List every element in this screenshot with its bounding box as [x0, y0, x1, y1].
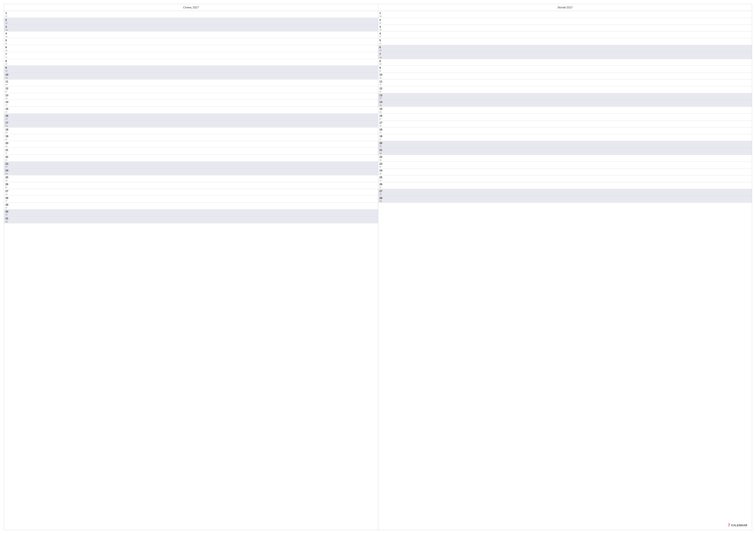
day-number: 19	[5, 135, 10, 138]
day-number: 26	[380, 183, 384, 186]
day-name: пт	[5, 15, 10, 17]
day-number: 3	[380, 25, 384, 29]
day-row: 27ср	[4, 189, 378, 196]
brand-text: CALENDAR	[731, 524, 747, 527]
day-number: 17	[380, 121, 384, 125]
day-number: 11	[380, 80, 384, 84]
day-number: 8	[380, 60, 384, 63]
day-row: 7нд	[378, 52, 752, 59]
day-name: нд	[5, 125, 10, 127]
day-row: 7чт	[4, 52, 378, 59]
day-name: пн	[380, 159, 384, 161]
day-number: 18	[5, 128, 10, 132]
day-name: сб	[380, 97, 384, 99]
day-number: 12	[380, 87, 384, 90]
day-row: 26вт	[4, 182, 378, 189]
day-name: пт	[5, 63, 10, 65]
day-number: 30	[5, 210, 10, 214]
day-row: 28нд	[378, 196, 752, 203]
day-name: чт	[5, 56, 10, 58]
day-number: 28	[5, 196, 10, 200]
day-row: 19вт	[4, 134, 378, 141]
day-number: 11	[5, 80, 10, 84]
day-name: пн	[5, 180, 10, 182]
day-row: 18пн	[4, 127, 378, 134]
day-row: 30сб	[4, 210, 378, 216]
day-row: 21нд	[378, 148, 752, 155]
day-name: нд	[380, 200, 384, 202]
day-name: сб	[380, 193, 384, 195]
day-name: пн	[5, 84, 10, 86]
day-name: нд	[380, 104, 384, 106]
day-row: 6ср	[4, 45, 378, 52]
day-number: 9	[380, 66, 384, 70]
day-row: 20сб	[378, 141, 752, 148]
day-number: 7	[5, 53, 10, 56]
day-name: чт	[380, 36, 384, 38]
day-number: 16	[5, 114, 10, 118]
day-row: 22пн	[378, 155, 752, 162]
day-number: 20	[380, 141, 384, 145]
day-row: 31нд	[4, 216, 378, 223]
day-name: сб	[5, 70, 10, 72]
day-name: пт	[5, 207, 10, 209]
day-row: 19пт	[378, 134, 752, 141]
day-number: 14	[5, 100, 10, 104]
day-row: 5пт	[378, 38, 752, 45]
day-number: 10	[5, 73, 10, 77]
day-number: 22	[380, 155, 384, 159]
day-row: 24нд	[4, 168, 378, 175]
day-row: 16вт	[378, 114, 752, 120]
day-name: вт	[380, 166, 384, 168]
day-name: чт	[5, 104, 10, 106]
day-row: 26пт	[378, 182, 752, 189]
day-name: чт	[380, 84, 384, 86]
day-number: 4	[5, 32, 10, 36]
day-number: 5	[380, 39, 384, 42]
day-name: сб	[5, 118, 10, 120]
month-section-february-2027: Лютий 20271пн2вт3ср4чт5пт6сб7нд8пн9вт10с…	[378, 4, 752, 530]
day-name: пт	[5, 159, 10, 161]
day-number: 25	[5, 176, 10, 179]
day-number: 21	[5, 148, 10, 152]
day-row: 13ср	[4, 93, 378, 100]
branding: 7 CALENDAR	[728, 523, 747, 527]
day-row: 18чт	[378, 127, 752, 134]
day-row: 10нд	[4, 73, 378, 79]
day-name: сб	[5, 214, 10, 216]
day-name: сб	[380, 50, 384, 51]
day-name: ср	[5, 193, 10, 195]
brand-number: 7	[728, 523, 730, 527]
day-number: 27	[5, 190, 10, 193]
day-row: 25чт	[378, 175, 752, 182]
day-name: пт	[380, 43, 384, 44]
day-name: чт	[5, 200, 10, 202]
day-number: 17	[5, 121, 10, 125]
day-row: 28чт	[4, 196, 378, 203]
day-row: 14нд	[378, 100, 752, 107]
day-number: 15	[5, 107, 10, 111]
month-header-january-2027: Січень 2027	[4, 4, 378, 11]
day-row: 27сб	[378, 189, 752, 196]
day-row: 3нд	[4, 25, 378, 32]
day-number: 20	[5, 141, 10, 145]
day-name: вт	[380, 70, 384, 72]
day-row: 20ср	[4, 141, 378, 148]
day-number: 1	[5, 12, 10, 15]
day-number: 24	[5, 169, 10, 172]
day-row: 24ср	[378, 168, 752, 175]
day-row: 4пн	[4, 32, 378, 38]
day-number: 12	[5, 87, 10, 90]
day-name: ср	[5, 97, 10, 99]
day-row: 29пт	[4, 203, 378, 210]
day-name: сб	[380, 145, 384, 147]
day-number: 4	[380, 32, 384, 36]
day-row: 11чт	[378, 79, 752, 86]
day-number: 16	[380, 114, 384, 118]
day-row: 15пн	[378, 107, 752, 114]
day-name: пн	[5, 132, 10, 134]
day-row: 9вт	[378, 66, 752, 73]
month-header-february-2027: Лютий 2027	[378, 4, 752, 11]
day-row: 12пт	[378, 86, 752, 93]
day-row: 17нд	[4, 120, 378, 127]
